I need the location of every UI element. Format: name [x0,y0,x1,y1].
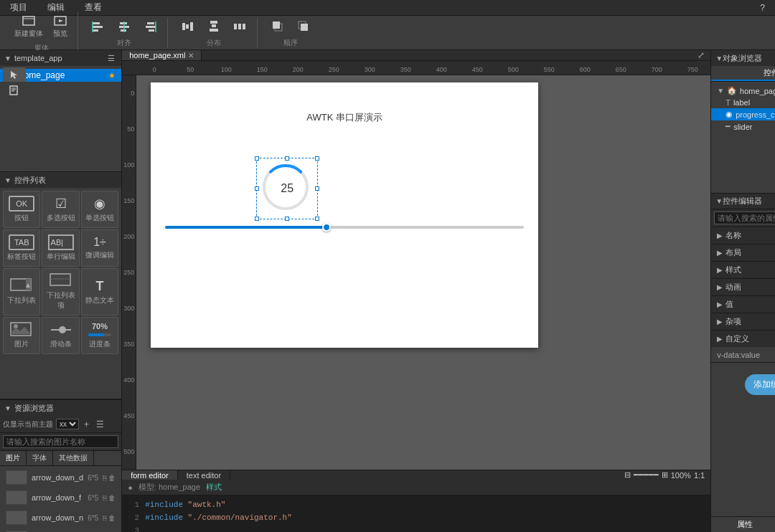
canvas-viewport[interactable]: AWTK 串口屏演示 [136,75,710,470]
prop-search-input[interactable] [714,212,775,224]
canvas-maximize-btn[interactable]: ⤢ [698,50,705,60]
prop-section-custom-header[interactable]: ▶ 自定义 [711,331,775,347]
prop-section-animation-header[interactable]: ▶ 动画 [711,279,775,295]
preview-button[interactable]: 预览 [49,12,72,40]
list-item[interactable]: arrow_down_o 6*5 ⎘ 🗑 [3,529,118,532]
tool-page[interactable] [3,83,26,98]
align-left-button[interactable] [87,18,110,35]
ob-tab-widget[interactable]: 控件对象 [711,66,775,81]
handle-bl[interactable] [255,217,259,221]
asset-copy-btn-0[interactable]: ⎘ [103,474,107,482]
code-style-link[interactable]: 样式 [206,482,222,493]
prop-section-style-header[interactable]: ▶ 样式 [711,262,775,278]
zoom-in-btn[interactable]: ⊞ [662,470,668,480]
file-tree-header: ▼ template_app ☰ [0,50,121,66]
tool-select[interactable] [3,67,26,82]
order-back-button[interactable] [292,18,315,35]
zoom-slider[interactable]: ━━━━━ [634,470,659,480]
widget-spin[interactable]: 1÷ 微调编辑 [81,229,118,267]
ob-label-type-icon: T [725,98,731,107]
menu-help[interactable]: ? [756,1,769,14]
ob-home-icon: 🏠 [727,86,737,95]
prop-section-value-header[interactable]: ▶ 值 [711,296,775,313]
widget-list-title: 控件列表 [14,175,117,186]
handle-tr[interactable] [315,156,319,161]
widget-button[interactable]: OK 按钮 [3,191,40,228]
ob-row-home-page[interactable]: ▼ 🏠 home_page 👁 [711,85,775,97]
dist-eq-button[interactable] [228,18,251,35]
asset-content: arrow_down_d 6*5 ⎘ 🗑 arrow_down_f 6*5 ⎘ … [0,466,121,532]
widget-progress[interactable]: 70% 进度条 [81,317,118,354]
progress-value: 25 [281,182,293,195]
tab-icon: TAB [9,234,34,250]
prop-section-misc-header[interactable]: ▶ 杂项 ⤢ [711,313,775,330]
asset-menu-btn[interactable]: ☰ [94,419,106,430]
slider-fill [165,226,327,229]
widget-tab[interactable]: TAB 标签按钮 [3,229,40,267]
widget-dropdown[interactable]: 下拉列表 [3,268,40,315]
asset-delete-btn-1[interactable]: 🗑 [108,494,116,502]
handle-br[interactable] [315,217,319,221]
prop-editor-header: ▼ 控件编辑器 [711,194,775,209]
ob-slider-label: slider [733,123,775,131]
section-animation-title: 动画 [725,282,775,293]
toolbar: 新建窗体 预览 窗体 [0,16,775,50]
widget-dropdown-item[interactable]: 下拉列表项 [42,268,79,315]
tab-home-page[interactable]: home_page.xml ✕ [122,50,202,60]
slider-container[interactable] [165,226,524,229]
ob-circle-label: progress_circle [736,110,775,119]
align-center-button[interactable] [113,18,136,35]
size-dropdown[interactable]: xx [56,419,79,429]
prop-section-name-header[interactable]: ▶ 名称 [711,227,775,244]
asset-copy-btn-2[interactable]: ⎘ [103,514,107,522]
add-bind-button[interactable]: 添加绑定规则 [745,374,775,395]
list-item[interactable]: arrow_down_f 6*5 ⎘ 🗑 [3,489,118,506]
star-icon: ★ [108,71,116,80]
progress-circle-container[interactable]: 25 [258,160,316,217]
order-front-button[interactable] [266,18,289,35]
dist-h-button[interactable] [177,18,199,35]
asset-name-2: arrow_down_n [32,513,83,522]
handle-bc[interactable] [285,217,289,221]
ob-row-progress-circle[interactable]: ◉ progress_circle 👁 [711,108,775,120]
menu-bar: 项目 编辑 查看 ? [0,0,775,16]
asset-delete-btn-2[interactable]: 🗑 [108,514,116,522]
asset-tab-other[interactable]: 其他数据 [53,451,94,465]
ob-row-slider[interactable]: ━ slider 👁 [711,120,775,133]
asset-size-1: 6*5 [88,494,98,502]
line-num-2: 2 [128,512,139,523]
list-item[interactable]: arrow_down_d 6*5 ⎘ 🗑 [3,469,118,486]
asset-copy-btn-1[interactable]: ⎘ [103,494,107,502]
section-style-arrow: ▶ [717,266,723,274]
widget-slider[interactable]: 滑动条 [42,317,79,354]
tab-close-btn[interactable]: ✕ [188,52,194,60]
asset-tab-font[interactable]: 字体 [27,451,53,465]
asset-add-btn[interactable]: + [82,419,91,430]
menu-view[interactable]: 查看 [80,0,106,15]
list-item[interactable]: arrow_down_n 6*5 ⎘ 🗑 [3,509,118,526]
ruler-mark-600: 600 [567,66,603,73]
asset-delete-btn-0[interactable]: 🗑 [108,474,116,482]
widget-radio[interactable]: ◉ 单选按钮 [81,191,118,228]
slider-thumb[interactable] [322,223,331,232]
tab-text-editor[interactable]: text editor [178,470,230,480]
widget-label[interactable]: T 静态文本 [81,268,118,315]
asset-tree-arrow: ▼ [4,404,11,412]
dist-v-button[interactable] [202,18,225,35]
ob-row-label[interactable]: T label 👁 [711,97,775,108]
align-right-button[interactable] [138,18,161,35]
prop-section-layout-header[interactable]: ▶ 布局 [711,244,775,261]
prop-tab-properties[interactable]: 属性 [711,517,775,532]
handle-mr[interactable] [315,186,319,191]
asset-tab-image[interactable]: 图片 [0,451,27,465]
tab-form-editor[interactable]: form editor [122,470,178,480]
widget-edit[interactable]: AB| 单行编辑 [42,229,79,267]
widget-checkbox[interactable]: ☑ 多选按钮 [42,191,79,228]
svg-marker-29 [11,71,17,79]
asset-search-input[interactable] [3,435,118,448]
file-tree-menu-btn[interactable]: ☰ [105,53,117,64]
zoom-out-btn[interactable]: ⊟ [624,470,631,480]
ruler-left-0: 0 [131,75,134,111]
new-window-button[interactable]: 新建窗体 [11,12,46,40]
widget-image[interactable]: 图片 [3,317,40,354]
